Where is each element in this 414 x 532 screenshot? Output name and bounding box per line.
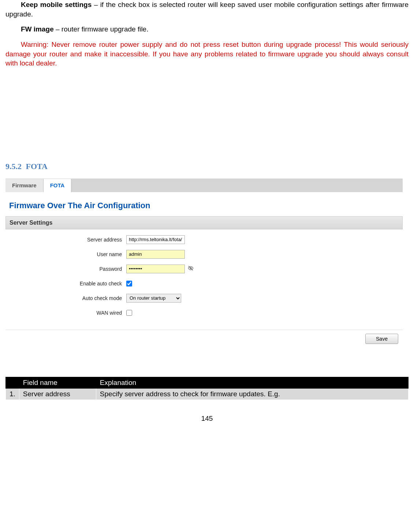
row-password: Password	[9, 264, 399, 274]
label-user-name: User name	[9, 251, 126, 257]
section-heading: 9.5.2 FOTA	[5, 162, 409, 171]
fw-image-text: – router firmware upgrade file.	[54, 25, 149, 33]
fota-screenshot: Firmware FOTA Firmware Over The Air Conf…	[5, 179, 403, 348]
eye-slash-icon[interactable]	[188, 265, 194, 272]
cell-num: 1.	[6, 388, 19, 400]
user-name-input[interactable]	[126, 250, 185, 259]
auto-check-mode-select[interactable]: On router startup	[126, 294, 181, 303]
header-desc: Explanation	[96, 377, 408, 388]
password-input[interactable]	[126, 265, 185, 273]
fw-image-label: FW image	[21, 25, 54, 33]
label-password: Password	[9, 266, 126, 272]
table-row: 1. Server address Specify server address…	[6, 388, 409, 400]
save-row: Save	[5, 330, 403, 348]
fw-image-paragraph: FW image – router firmware upgrade file.	[5, 25, 409, 34]
header-field: Field name	[19, 377, 96, 388]
spacer	[5, 74, 409, 162]
tab-firmware[interactable]: Firmware	[5, 179, 44, 192]
cell-field: Server address	[19, 388, 96, 400]
enable-auto-check-checkbox[interactable]	[126, 281, 132, 286]
warning-paragraph: Warning: Never remove router power suppl…	[5, 40, 409, 68]
server-settings-header: Server Settings	[5, 216, 403, 229]
row-user-name: User name	[9, 249, 399, 259]
save-button[interactable]: Save	[365, 334, 398, 344]
server-address-input[interactable]	[126, 235, 185, 244]
label-wan-wired: WAN wired	[9, 310, 126, 316]
tabs-row: Firmware FOTA	[5, 179, 403, 192]
form-area: Server address User name Password Enable…	[5, 229, 403, 330]
config-title: Firmware Over The Air Configuration	[5, 192, 403, 216]
section-number: 9.5.2	[5, 162, 22, 171]
label-enable-auto-check: Enable auto check	[9, 281, 126, 286]
table-header-row: Field name Explanation	[6, 377, 409, 388]
row-auto-check-mode: Auto check mode On router startup	[9, 293, 399, 303]
row-enable-auto-check: Enable auto check	[9, 278, 399, 289]
keep-mobile-paragraph: Keep mobile settings – if the check box …	[5, 0, 409, 19]
wan-wired-checkbox[interactable]	[126, 310, 132, 316]
description-table: Field name Explanation 1. Server address…	[5, 377, 409, 400]
cell-desc: Specify server address to check for firm…	[96, 388, 408, 400]
page-number: 145	[5, 415, 409, 423]
section-title: FOTA	[26, 162, 48, 171]
header-num	[6, 377, 19, 388]
label-server-address: Server address	[9, 237, 126, 243]
tab-fota[interactable]: FOTA	[44, 179, 72, 192]
keep-mobile-label: Keep mobile settings	[21, 1, 92, 8]
label-auto-check-mode: Auto check mode	[9, 295, 126, 301]
row-server-address: Server address	[9, 235, 399, 245]
row-wan-wired: WAN wired	[9, 308, 399, 318]
